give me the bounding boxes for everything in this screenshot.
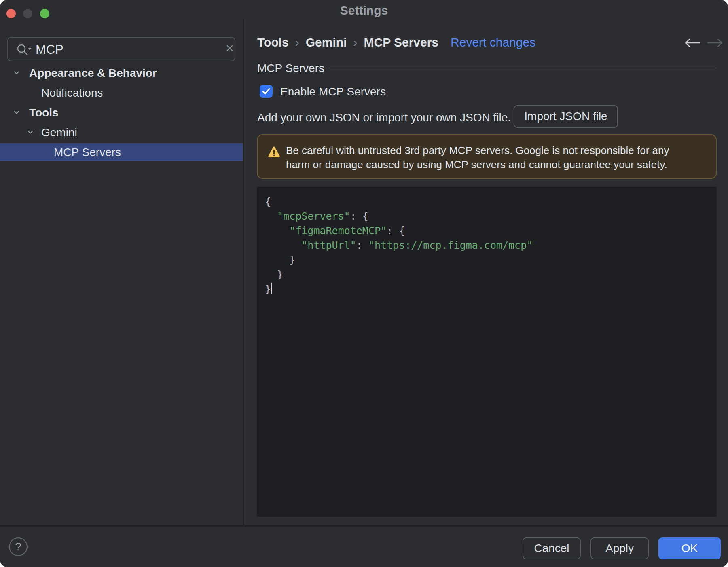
chevron-down-icon[interactable] [12,108,21,118]
warning-line-1: Be careful with untrusted 3rd party MCP … [286,144,669,158]
json-code: { "mcpServers": { "figmaRemoteMCP": { "h… [265,195,533,296]
sidebar-item-label: Tools [29,106,59,119]
code-token: "https://mcp.figma.com/mcp" [368,239,533,251]
mcp-json-editor[interactable]: { "mcpServers": { "figmaRemoteMCP": { "h… [257,187,717,517]
code-token: { [265,196,271,207]
code-token: "figmaRemoteMCP" [289,225,387,237]
sidebar-item-gemini[interactable]: Gemini [0,123,243,141]
sidebar-item-appearance-behavior[interactable]: Appearance & Behavior [0,64,243,82]
breadcrumb-mcp-servers[interactable]: MCP Servers [364,36,438,49]
breadcrumb-gemini[interactable]: Gemini [306,36,347,49]
warning-text: Be careful with untrusted 3rd party MCP … [286,144,669,172]
import-json-file-button[interactable]: Import JSON file [514,105,618,128]
import-instructions: Add your own JSON or import your own JSO… [257,111,511,124]
breadcrumb-separator-icon: › [295,36,299,49]
cancel-button[interactable]: Cancel [523,537,581,559]
enable-mcp-servers-label: Enable MCP Servers [280,85,386,98]
back-arrow-icon[interactable] [683,37,701,50]
sidebar-item-tools[interactable]: Tools [0,104,243,121]
warning-banner: Be careful with untrusted 3rd party MCP … [257,134,717,179]
sidebar-item-label: MCP Servers [54,146,121,159]
code-line: } [265,253,533,267]
clear-search-icon[interactable]: × [222,40,238,59]
code-token: : { [387,225,405,237]
sidebar-item-label: Gemini [41,126,77,139]
section-divider [328,68,717,68]
text-caret [271,283,272,294]
enable-mcp-servers-checkbox[interactable] [260,85,273,98]
chevron-down-icon[interactable] [26,128,35,138]
code-token: : { [350,210,368,222]
checkmark-icon [261,87,271,96]
breadcrumb: Tools › Gemini › MCP Servers Revert chan… [257,34,535,51]
apply-button[interactable]: Apply [590,537,649,559]
search-icon [16,43,32,57]
settings-window: Settings × Appearance & BehaviorNotifica… [0,0,728,567]
settings-dialog: Settings × Appearance & BehaviorNotifica… [0,0,728,567]
question-mark-icon: ? [15,541,21,553]
window-title: Settings [0,4,728,17]
code-token: } [265,269,283,280]
code-line: "httpUrl": "https://mcp.figma.com/mcp" [265,238,533,253]
warning-triangle-icon [267,146,281,158]
sidebar-item-mcp-servers[interactable]: MCP Servers [0,143,243,161]
sidebar-divider [243,19,244,526]
settings-search-field[interactable]: × [7,37,235,61]
sidebar-item-notifications[interactable]: Notifications [0,84,243,102]
code-line: "figmaRemoteMCP": { [265,224,533,238]
search-options-arrow-icon [28,48,32,50]
code-line: } [265,267,533,282]
window-titlebar[interactable]: Settings [0,0,728,19]
chevron-down-icon[interactable] [12,68,21,79]
sidebar-item-label: Appearance & Behavior [29,67,157,80]
code-line: "mcpServers": { [265,209,533,224]
search-input[interactable] [35,40,198,59]
code-token [265,239,301,251]
code-token: "mcpServers" [277,210,350,222]
breadcrumb-separator-icon: › [353,36,357,49]
ok-button[interactable]: OK [658,537,721,559]
forward-arrow-icon[interactable] [706,37,725,50]
revert-changes-link[interactable]: Revert changes [451,36,535,49]
code-line: { [265,195,533,209]
warning-line-2: harm or damage caused by using MCP serve… [286,158,669,172]
code-token: } [265,283,271,295]
code-token: } [265,254,295,266]
breadcrumb-tools[interactable]: Tools [257,36,289,49]
code-line: } [265,282,533,296]
code-token: "httpUrl" [301,239,356,251]
code-token [265,225,289,237]
help-button[interactable]: ? [9,537,28,556]
footer-divider [0,525,728,527]
sidebar-item-label: Notifications [41,87,103,99]
code-token [265,210,277,222]
section-title: MCP Servers [257,62,324,75]
code-token: : [356,239,368,251]
